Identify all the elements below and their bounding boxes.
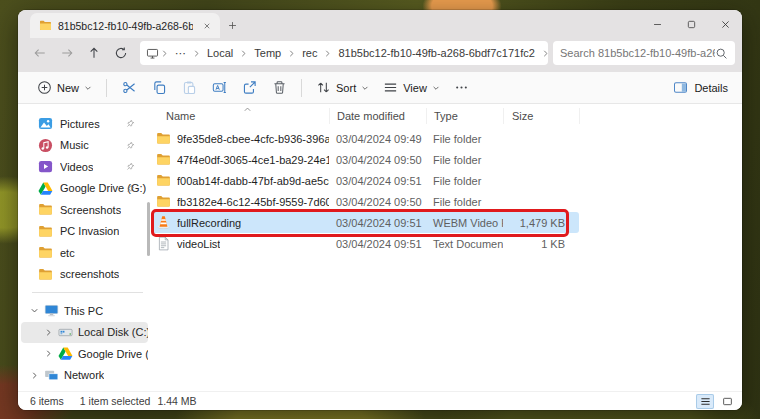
- sidebar-item-screenshots[interactable]: Screenshots: [21, 199, 148, 221]
- back-button[interactable]: [26, 41, 53, 65]
- paste-button[interactable]: [174, 76, 204, 100]
- sidebar-item-etc[interactable]: etc: [21, 242, 148, 264]
- file-date-modified: 03/04/2024 09:49: [329, 133, 426, 145]
- breadcrumb-segment[interactable]: Local: [202, 45, 238, 61]
- sidebar-item-label: screenshots: [60, 268, 119, 280]
- more-icon: [454, 80, 469, 95]
- up-button[interactable]: [80, 41, 107, 65]
- view-toggles: [696, 394, 736, 409]
- chevron-down-icon: [84, 84, 92, 92]
- new-tab-button[interactable]: [220, 13, 244, 38]
- sidebar-item-videos[interactable]: Videos: [21, 156, 148, 178]
- sort-button[interactable]: Sort: [309, 76, 376, 100]
- file-size: 1 KB: [503, 238, 575, 250]
- address-bar: ⋯LocalTemprec81b5bc12-fb10-49fb-a268-6bd…: [18, 38, 742, 72]
- column-header-name[interactable]: Name: [151, 104, 329, 128]
- column-header-spacer: [579, 108, 601, 124]
- file-name: fb3182e4-6c12-45bf-9559-7d60068b3464: [177, 196, 329, 208]
- file-date-modified: 03/04/2024 09:50: [329, 154, 426, 166]
- chevron-down-icon[interactable]: [30, 306, 39, 315]
- file-row-fb3182e4-6c12-45bf-9559-7d60068b3464[interactable]: fb3182e4-6c12-45bf-9559-7d60068b346403/0…: [151, 191, 579, 212]
- close-button[interactable]: [708, 10, 742, 38]
- minimize-button[interactable]: [640, 10, 674, 38]
- sidebar-item-this-pc[interactable]: This PC: [21, 300, 148, 322]
- videos-icon: [38, 159, 53, 174]
- file-type: File folder: [426, 175, 503, 187]
- file-name: videoList: [177, 238, 220, 250]
- file-size: 1,479 KB: [503, 217, 575, 229]
- gdrive-icon: [58, 346, 73, 361]
- details-view-toggle[interactable]: [696, 394, 714, 409]
- sort-button-label: Sort: [336, 82, 356, 94]
- toolbar-divider: [106, 79, 107, 97]
- search-box[interactable]: Search 81b5bc12-fb10-49fb-a268: [553, 41, 735, 65]
- folder-icon: [156, 131, 171, 146]
- explorer-tab[interactable]: 81b5bc12-fb10-49fb-a268-6bd: [30, 13, 220, 38]
- file-type: File folder: [426, 133, 503, 145]
- sidebar-item-network[interactable]: Network: [21, 365, 148, 387]
- breadcrumb[interactable]: ⋯LocalTemprec81b5bc12-fb10-49fb-a268-6bd…: [140, 41, 548, 65]
- view-button[interactable]: View: [376, 76, 447, 100]
- sidebar-item-google-drive-g[interactable]: Google Drive (G:): [21, 178, 148, 200]
- window-controls: [640, 10, 742, 38]
- sidebar-item-pc-invasion[interactable]: PC Invasion: [21, 221, 148, 243]
- file-list: Name Date modified Type Size 9fe35de8-cb…: [151, 104, 742, 391]
- close-icon: [720, 19, 731, 30]
- file-row-9fe35de8-cbee-4cfc-b936-396a2bd58772[interactable]: 9fe35de8-cbee-4cfc-b936-396a2bd5877203/0…: [151, 128, 579, 149]
- text-document-icon: [156, 236, 171, 251]
- pin-icon: [126, 162, 135, 171]
- breadcrumb-segment[interactable]: Temp: [249, 45, 286, 61]
- copy-button[interactable]: [144, 76, 174, 100]
- sidebar-item-music[interactable]: Music: [21, 135, 148, 157]
- this-pc-icon: [146, 47, 159, 60]
- sidebar-item-screenshots[interactable]: screenshots: [21, 264, 148, 286]
- tab-title: 81b5bc12-fb10-49fb-a268-6bd: [58, 20, 193, 32]
- minimize-icon: [652, 19, 663, 30]
- details-label: Details: [694, 82, 728, 94]
- vlc-icon: [156, 215, 171, 230]
- file-type: Text Document: [426, 238, 503, 250]
- list-view-icon: [700, 396, 711, 407]
- maximize-button[interactable]: [674, 10, 708, 38]
- rename-button[interactable]: [204, 76, 234, 100]
- new-button[interactable]: New: [30, 76, 99, 100]
- file-row-f00ab14f-dabb-47bf-ab9d-ae5cda3845fd[interactable]: f00ab14f-dabb-47bf-ab9d-ae5cda3845fd03/0…: [151, 170, 579, 191]
- sidebar-item-pictures[interactable]: Pictures: [21, 113, 148, 135]
- share-button[interactable]: [234, 76, 264, 100]
- folder-icon: [156, 173, 171, 188]
- file-name: 47f4e0df-3065-4ce1-ba29-24e1a8017603: [177, 154, 329, 166]
- sidebar-item-google-drive-g[interactable]: Google Drive (G:): [21, 343, 148, 365]
- chevron-down-icon: [432, 84, 440, 92]
- column-header-date-modified[interactable]: Date modified: [329, 108, 426, 124]
- share-icon: [242, 80, 257, 95]
- chevron-right-icon[interactable]: [30, 371, 39, 380]
- breadcrumb-segment[interactable]: ⋯: [170, 45, 191, 62]
- sidebar-scrollbar[interactable]: [147, 202, 150, 256]
- rename-icon: [212, 80, 227, 95]
- tab-close-button[interactable]: [199, 18, 215, 34]
- breadcrumb-segment[interactable]: 81b5bc12-fb10-49fb-a268-6bdf7c171fc2: [333, 45, 539, 61]
- column-label: Name: [166, 110, 195, 122]
- paste-icon: [182, 80, 197, 95]
- cut-button[interactable]: [114, 76, 144, 100]
- delete-button[interactable]: [264, 76, 294, 100]
- column-header-size[interactable]: Size: [503, 108, 579, 124]
- column-headers: Name Date modified Type Size: [151, 104, 742, 128]
- chevron-right-icon[interactable]: [44, 328, 53, 337]
- chevron-right-icon[interactable]: [44, 349, 53, 358]
- sidebar-item-local-disk-c[interactable]: Local Disk (C:): [21, 322, 148, 344]
- breadcrumb-segment[interactable]: rec: [297, 45, 322, 61]
- details-pane-toggle[interactable]: Details: [669, 80, 732, 95]
- copy-icon: [152, 80, 167, 95]
- more-options-button[interactable]: [447, 76, 477, 100]
- column-header-type[interactable]: Type: [426, 108, 503, 124]
- refresh-button[interactable]: [107, 41, 134, 65]
- file-row-fullrecording[interactable]: fullRecording03/04/2024 09:51WEBM Video …: [151, 212, 579, 233]
- file-name: f00ab14f-dabb-47bf-ab9d-ae5cda3845fd: [177, 175, 329, 187]
- file-type: File folder: [426, 196, 503, 208]
- file-row-47f4e0df-3065-4ce1-ba29-24e1a8017603[interactable]: 47f4e0df-3065-4ce1-ba29-24e1a801760303/0…: [151, 149, 579, 170]
- pin-icon: [126, 119, 135, 128]
- thumbnail-view-toggle[interactable]: [718, 394, 736, 409]
- file-row-videolist[interactable]: videoList03/04/2024 09:51Text Document1 …: [151, 233, 579, 254]
- forward-button[interactable]: [53, 41, 80, 65]
